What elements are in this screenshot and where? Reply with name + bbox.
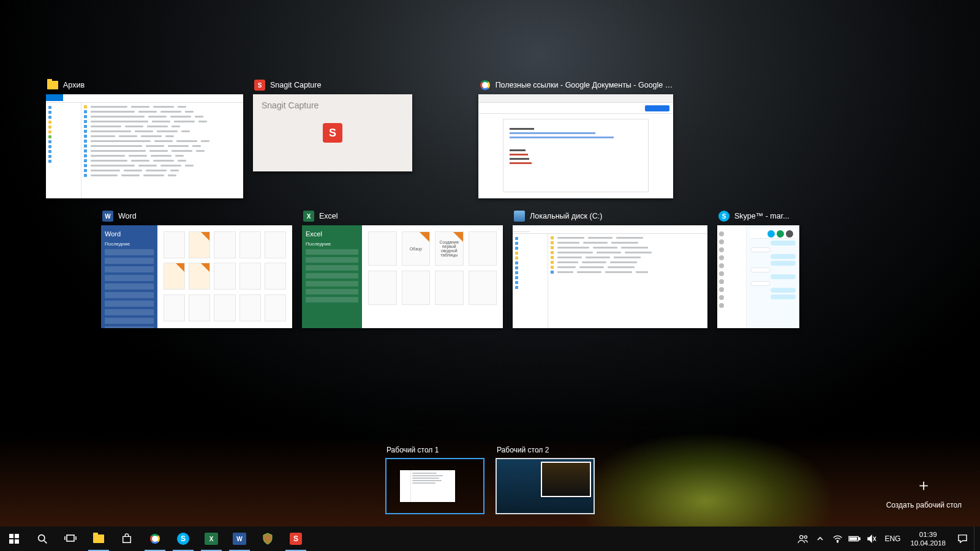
virtual-desktop-label: Рабочий стол 1 [385, 446, 484, 454]
svg-point-11 [837, 541, 839, 542]
taskbar-store[interactable] [113, 527, 141, 551]
chrome-icon [480, 80, 491, 91]
new-desktop-button[interactable]: ＋ Создать рабочий стол [886, 474, 962, 509]
svg-point-4 [38, 534, 44, 541]
tray-action-center[interactable] [952, 527, 973, 551]
window-title: Snagit Capture [270, 81, 321, 89]
window-skype[interactable]: S Skype™ - mar... [717, 209, 799, 328]
clock-date: 10.04.2018 [910, 539, 946, 547]
excel-tile-label: Обзор [410, 247, 422, 251]
chrome-thumb [478, 94, 673, 198]
window-title: Skype™ - mar... [734, 212, 790, 220]
explorer-thumb [46, 94, 243, 198]
taskbar-chrome[interactable] [141, 527, 169, 551]
taskbar-excel[interactable]: X [197, 527, 225, 551]
start-button[interactable] [0, 527, 28, 551]
clock-time: 01:39 [910, 530, 946, 539]
window-snagit[interactable]: S Snagit Capture Snagit Capture S [253, 78, 412, 198]
window-title: Excel [319, 212, 338, 220]
snagit-icon: S [254, 80, 265, 91]
svg-rect-3 [15, 539, 19, 544]
tray-wifi-icon[interactable] [829, 527, 845, 551]
explorer-thumb [513, 225, 707, 328]
skype-icon: S [718, 211, 729, 222]
word-icon: W [233, 533, 246, 545]
skype-icon: S [177, 533, 189, 545]
tray-clock[interactable]: 01:39 10.04.2018 [905, 530, 951, 548]
excel-thumb: Excel Последние Обзор Создание первой св… [302, 225, 503, 328]
window-title: Полезные ссылки - Google Документы - Goo… [496, 81, 673, 89]
svg-rect-0 [9, 534, 13, 538]
taskbar: S X W S ENG 01:39 10.04.2018 [0, 527, 980, 551]
svg-rect-2 [9, 539, 13, 544]
svg-point-9 [800, 536, 803, 539]
svg-rect-14 [850, 538, 857, 540]
folder-icon [47, 80, 58, 91]
tray-people[interactable] [795, 527, 811, 551]
svg-rect-1 [15, 534, 19, 538]
word-side-sub: Последние [105, 241, 154, 247]
window-title: Архив [63, 81, 85, 89]
taskbar-shield[interactable] [254, 527, 282, 551]
virtual-desktop-2[interactable]: Рабочий стол 2 [496, 446, 595, 514]
show-desktop-button[interactable] [974, 527, 978, 551]
taskbar-explorer[interactable] [85, 527, 113, 551]
task-view: Архив [46, 78, 934, 339]
taskbar-snagit[interactable]: S [282, 527, 310, 551]
taskbar-skype[interactable]: S [169, 527, 197, 551]
window-localdisk[interactable]: Локальный диск (C:) [513, 209, 707, 328]
excel-side-title: Excel [306, 230, 358, 238]
task-view-button[interactable] [56, 527, 85, 551]
svg-rect-6 [67, 535, 74, 541]
svg-line-5 [44, 541, 47, 543]
window-archive[interactable]: Архив [46, 78, 243, 198]
virtual-desktop-strip: Рабочий стол 1 Рабочий стол 2 [0, 446, 980, 514]
window-chrome[interactable]: Полезные ссылки - Google Документы - Goo… [478, 78, 673, 198]
word-icon: W [102, 211, 113, 222]
snagit-icon: S [290, 533, 302, 545]
tray-battery-icon[interactable] [846, 527, 862, 551]
window-title: Word [118, 212, 137, 220]
plus-icon: ＋ [916, 474, 932, 496]
word-thumb: Word Последние [101, 225, 292, 328]
svg-rect-13 [859, 538, 861, 540]
word-side-title: Word [105, 230, 154, 238]
tray-volume-icon[interactable] [864, 527, 880, 551]
snagit-label: Snagit Capture [262, 100, 318, 110]
snagit-thumb: Snagit Capture S [253, 94, 412, 171]
window-word[interactable]: W Word Word Последние [101, 209, 292, 328]
excel-icon: X [205, 533, 218, 545]
virtual-desktop-1[interactable]: Рабочий стол 1 [385, 446, 484, 514]
svg-point-10 [805, 536, 807, 538]
window-excel[interactable]: X Excel Excel Последние Обзор Создание п… [302, 209, 503, 328]
tray-language[interactable]: ENG [881, 534, 904, 543]
excel-icon: X [303, 211, 314, 222]
excel-side-sub: Последние [306, 241, 358, 247]
window-title: Локальный диск (C:) [530, 212, 602, 220]
tray-chevron-up-icon[interactable] [812, 527, 828, 551]
folder-icon [93, 534, 104, 543]
taskbar-word[interactable]: W [225, 527, 254, 551]
chrome-icon [150, 534, 160, 544]
virtual-desktop-label: Рабочий стол 2 [496, 446, 595, 454]
disk-icon [514, 211, 525, 222]
skype-thumb [717, 225, 799, 328]
new-desktop-label: Создать рабочий стол [886, 501, 962, 509]
excel-tile-label: Создание первой сводной таблицы [435, 240, 463, 257]
search-button[interactable] [28, 527, 56, 551]
